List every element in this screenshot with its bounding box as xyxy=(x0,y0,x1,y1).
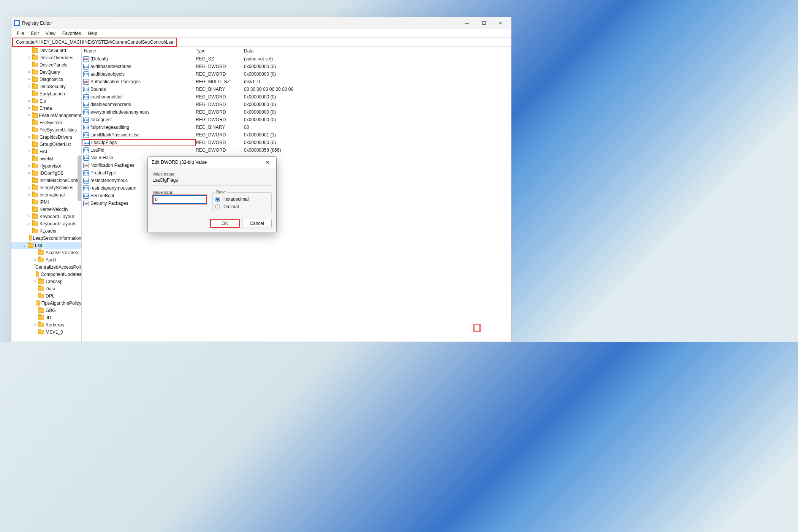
tree-item[interactable]: AccessProviders xyxy=(11,249,81,256)
chevron-icon[interactable]: > xyxy=(27,77,32,81)
values-header[interactable]: Name Type Data xyxy=(82,47,511,55)
col-data[interactable]: Data xyxy=(244,48,511,54)
chevron-icon[interactable]: > xyxy=(33,323,38,327)
value-row[interactable]: ab(Default)REG_SZ(value not set) xyxy=(82,55,511,63)
tree-item[interactable]: GBG xyxy=(11,307,81,314)
chevron-icon[interactable]: > xyxy=(27,214,32,218)
value-row[interactable]: 110LsaCfgFlagsREG_DWORD0x00000000 (0) xyxy=(82,139,511,146)
tree-item[interactable]: >IntegrityServices xyxy=(11,184,81,191)
tree-item[interactable]: DeviceGuard xyxy=(11,47,81,54)
col-name[interactable]: Name xyxy=(82,48,196,54)
menu-help[interactable]: Help xyxy=(85,30,100,37)
chevron-icon[interactable]: > xyxy=(27,55,32,60)
value-row[interactable]: 110crashonauditfailREG_DWORD0x00000000 (… xyxy=(82,93,511,101)
chevron-icon[interactable]: > xyxy=(27,135,32,139)
value-row[interactable]: 110BoundsREG_BINARY00 30 00 00 00 20 00 … xyxy=(82,86,511,93)
tree-item[interactable]: KLoader xyxy=(11,227,81,234)
tree-item[interactable]: ComponentUpdates xyxy=(11,271,81,278)
value-row[interactable]: 110everyoneincludesanonymousREG_DWORD0x0… xyxy=(82,108,511,116)
chevron-icon[interactable]: > xyxy=(27,113,31,117)
chevron-icon[interactable]: > xyxy=(27,99,32,103)
value-row[interactable]: 110restrictanonymoussam) xyxy=(82,184,511,192)
tree-item[interactable]: FileSystem xyxy=(11,119,81,126)
titlebar[interactable]: Registry Editor — ☐ ✕ xyxy=(11,17,511,29)
dialog-titlebar[interactable]: Edit DWORD (32-bit) Value ✕ xyxy=(148,157,276,168)
value-row[interactable]: 110fullprivilegeauditingREG_BINARY00 xyxy=(82,124,511,131)
tree-item[interactable]: EarlyLaunch xyxy=(11,90,81,97)
chevron-icon[interactable]: > xyxy=(27,70,32,74)
tree-item[interactable]: ⌄Lsa xyxy=(11,242,81,249)
value-row[interactable]: abSecurity Packages xyxy=(82,200,511,207)
tree-item[interactable]: KernelVelocity xyxy=(11,206,81,213)
chevron-icon[interactable]: > xyxy=(27,106,32,110)
tree-item[interactable]: >International xyxy=(11,191,81,198)
menu-file[interactable]: File xyxy=(14,30,27,37)
value-row[interactable]: 110LimitBlankPasswordUseREG_DWORD0x00000… xyxy=(82,131,511,139)
radio-dec[interactable]: Decimal xyxy=(215,204,269,209)
chevron-icon[interactable]: > xyxy=(27,84,32,89)
value-row[interactable]: 110LsaPidREG_DWORD0x00000358 (856) xyxy=(82,146,511,154)
close-button[interactable]: ✕ xyxy=(492,17,509,29)
tree-item[interactable]: >Errata xyxy=(11,104,81,112)
menu-edit[interactable]: Edit xyxy=(28,30,42,37)
tree-item[interactable]: >DmaSecurity xyxy=(11,83,81,90)
tree-item[interactable]: >IDConfigDB xyxy=(11,169,81,177)
tree-item[interactable]: >HAL xyxy=(11,148,81,155)
value-row[interactable]: abNotification Packages xyxy=(82,162,511,169)
tree-item[interactable]: DevicePanels xyxy=(11,61,81,68)
menu-favorites[interactable]: Favorites xyxy=(59,30,84,37)
dialog-close-icon[interactable]: ✕ xyxy=(263,157,272,167)
tree-item[interactable]: JD xyxy=(11,314,81,321)
col-type[interactable]: Type xyxy=(196,48,244,54)
tree-item[interactable]: DPL xyxy=(11,292,81,299)
tree-item[interactable]: >DevQuery xyxy=(11,68,81,76)
tree-pane[interactable]: DeviceGuard>DeviceOverridesDevicePanels>… xyxy=(11,47,82,342)
tree-item[interactable]: Data xyxy=(11,285,81,292)
tree-item[interactable]: >Credssp xyxy=(11,278,81,285)
chevron-icon[interactable]: > xyxy=(33,258,38,262)
value-row[interactable]: 110disabledomaincredsREG_DWORD0x00000000… xyxy=(82,101,511,108)
tree-item[interactable]: GroupOrderList xyxy=(11,141,81,148)
tree-item[interactable]: >Kerberos xyxy=(11,321,81,328)
value-row[interactable]: 110auditbaseobjectsREG_DWORD0x00000000 (… xyxy=(82,70,511,78)
tree-item[interactable]: hivelist xyxy=(11,155,81,162)
tree-item[interactable]: FileSystemUtilities xyxy=(11,126,81,133)
address-input[interactable]: Computer\HKEY_LOCAL_MACHINE\SYSTEM\Curre… xyxy=(14,40,175,45)
tree-item[interactable]: >GraphicsDrivers xyxy=(11,133,81,141)
tree-scrollbar[interactable] xyxy=(78,155,81,201)
minimize-button[interactable]: — xyxy=(459,17,475,29)
value-row[interactable]: 110forceguestREG_DWORD0x00000000 (0) xyxy=(82,116,511,124)
value-row[interactable]: 110SecureBoot) xyxy=(82,192,511,200)
chevron-icon[interactable]: > xyxy=(27,193,32,197)
chevron-icon[interactable]: > xyxy=(27,164,32,168)
value-row[interactable]: 110ProductType xyxy=(82,169,511,177)
maximize-button[interactable]: ☐ xyxy=(475,17,492,29)
tree-item[interactable]: FipsAlgorithmPolicy xyxy=(11,299,81,307)
tree-item[interactable]: >Diagnostics xyxy=(11,76,81,83)
tree-item[interactable]: >FeatureManagement xyxy=(11,112,81,119)
value-data-input[interactable] xyxy=(153,195,206,204)
menu-view[interactable]: View xyxy=(43,30,59,37)
chevron-icon[interactable]: > xyxy=(27,185,32,190)
tree-item[interactable]: >Keyboard Layouts xyxy=(11,220,81,227)
value-row[interactable]: 110auditbasedirectoriesREG_DWORD0x000000… xyxy=(82,63,511,70)
tree-item[interactable]: >DeviceOverrides xyxy=(11,54,81,61)
value-row[interactable]: abAuthentication PackagesREG_MULTI_SZmsv… xyxy=(82,78,511,86)
value-row[interactable]: 110NoLmHashREG_DWORD0x00000001 (1) xyxy=(82,154,511,162)
cancel-button[interactable]: Cancel xyxy=(242,219,272,228)
chevron-icon[interactable]: > xyxy=(27,222,32,226)
tree-item[interactable]: MSV1_0 xyxy=(11,328,81,336)
chevron-icon[interactable]: ⌄ xyxy=(22,243,27,247)
tree-item[interactable]: >Keyboard Layout xyxy=(11,213,81,220)
tree-item[interactable]: InitialMachineConfig xyxy=(11,177,81,184)
radio-hex[interactable]: Hexadecimal xyxy=(215,196,269,202)
chevron-icon[interactable]: > xyxy=(27,149,32,154)
tree-item[interactable]: CentralizedAccessPolicies xyxy=(11,263,81,271)
chevron-icon[interactable]: > xyxy=(27,171,32,175)
tree-item[interactable]: >Els xyxy=(11,97,81,104)
value-row[interactable]: 110restrictanonymous) xyxy=(82,177,511,184)
ok-button[interactable]: OK xyxy=(210,219,240,228)
tree-item[interactable]: IPMI xyxy=(11,198,81,206)
tree-item[interactable]: LeapSecondInformation xyxy=(11,234,81,242)
chevron-icon[interactable]: > xyxy=(33,279,38,283)
